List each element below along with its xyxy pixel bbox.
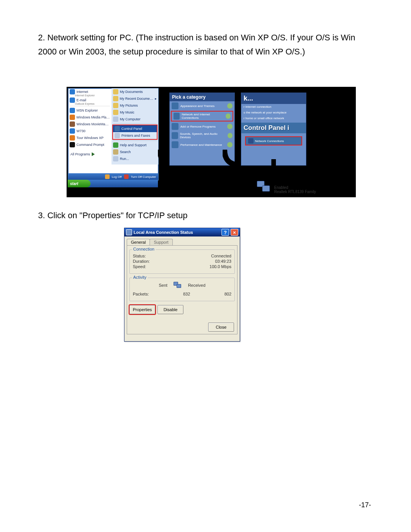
sm-item-search[interactable]: Search [112, 149, 158, 155]
sm-item-msn[interactable]: MSN Explorer [68, 107, 112, 114]
sm-sub-internet: Internet Explorer [75, 94, 112, 97]
sm-item-moviemaker[interactable]: Windows MovieMaker [68, 121, 112, 128]
status-key: Status: [133, 254, 146, 258]
sm-item-recent[interactable]: My Recent Documents▸ [112, 95, 158, 102]
taskbar: start [68, 180, 158, 187]
speed-value: 100.0 Mbps [210, 264, 231, 269]
network-tasks-panel: k... r Internet connection o the network… [241, 93, 306, 166]
packets-key: Packets: [133, 292, 149, 296]
step2-text: 2. Network setting for PC. (The instruct… [38, 30, 369, 59]
all-programs[interactable]: All Programs [70, 152, 95, 156]
packets-sent-value: 832 [183, 292, 190, 296]
dialog-title-text: Local Area Connection Status [134, 230, 193, 235]
connection-group-title: Connection [132, 247, 156, 251]
disable-button[interactable]: Disable [158, 305, 183, 314]
lan-connection-text: Local Area Connection Enabled Realtek RT… [274, 181, 317, 194]
dialog-titlebar[interactable]: Local Area Connection Status ? × [124, 228, 240, 236]
sm-item-control-panel[interactable]: Control Panel [113, 125, 157, 132]
network-icon [248, 138, 253, 144]
sm-sub-email: Outlook Express [75, 102, 112, 105]
shutdown-icon [124, 174, 129, 179]
startmenu-right-col: My Documents My Recent Documents▸ My Pic… [112, 88, 158, 165]
dialog-icon [126, 229, 132, 235]
sent-label: Sent [159, 283, 167, 288]
startmenu-screenshot: Internet Internet Explorer E-mail Outloo… [68, 88, 159, 181]
cat-sounds[interactable]: Sounds, Speech, and Audio Devices [170, 131, 234, 140]
click-label: Click [226, 183, 244, 192]
task-line-2[interactable]: o the network at your workplace [241, 110, 306, 115]
received-label: Received [188, 283, 206, 288]
properties-button[interactable]: Properties [129, 305, 155, 314]
status-value: Connected [211, 254, 231, 258]
sm-item-wmp[interactable]: Windows Media Player [68, 114, 112, 121]
cat-network[interactable]: Network and Internet Connections [172, 112, 233, 121]
turnoff-button[interactable]: Turn Off Computer [131, 175, 156, 179]
logoff-icon [105, 174, 110, 179]
connection-group: Connection Status:Connected Duration:03:… [129, 249, 235, 274]
duration-value: 03:49:23 [215, 259, 231, 264]
tab-support[interactable]: Support [150, 239, 173, 245]
twice-label: twice [325, 183, 344, 192]
sm-item-mycomp[interactable]: My Computer [112, 116, 158, 123]
sm-item-mypics[interactable]: My Pictures [112, 102, 158, 109]
dialog-tabs: General Support [127, 239, 240, 245]
page-number: -17- [359, 501, 371, 509]
cat-appearance[interactable]: Appearance and Themes [170, 101, 234, 110]
startmenu-left-col: Internet Internet Explorer E-mail Outloo… [68, 88, 112, 165]
task-line-3[interactable]: r home or small office network [241, 115, 306, 121]
control-panel-mid-label: Control Panel i [241, 123, 306, 133]
pick-category-title: Pick a category [170, 93, 234, 101]
sm-item-help[interactable]: Help and Support [112, 142, 158, 149]
packets-recv-value: 802 [225, 292, 231, 296]
sm-item-printers[interactable]: Printers and Faxes [113, 132, 157, 139]
close-icon[interactable]: × [231, 229, 238, 236]
sm-item-cmd[interactable]: Command Prompt [68, 141, 112, 148]
sm-item-run[interactable]: Run... [112, 155, 158, 162]
cat-addremove[interactable]: Add or Remove Programs [170, 122, 234, 131]
tab-general[interactable]: General [127, 239, 150, 245]
startmenu-bottom-bar: Log Off Turn Off Computer [68, 173, 158, 180]
activity-group: Activity Sent Received Packets: 832 802 [129, 278, 235, 301]
network-category-highlight: Network and Internet Connections [171, 111, 233, 121]
sm-item-mydocs[interactable]: My Documents [112, 88, 158, 95]
control-panel-highlight-box: Control Panel Printers and Faxes [112, 125, 158, 140]
step3-text: 3. Click on "Properties" for TCP/IP setu… [38, 211, 188, 220]
sm-item-w730[interactable]: W730 [68, 128, 112, 134]
activity-group-title: Activity [132, 275, 148, 280]
logoff-button[interactable]: Log Off [112, 175, 122, 179]
start-button[interactable]: start [68, 180, 91, 187]
task-line-1[interactable]: r Internet connection [241, 104, 306, 110]
network-connections-link[interactable]: Network Connections [245, 136, 302, 145]
dialog-body: Connection Status:Connected Duration:03:… [127, 245, 237, 334]
duration-key: Duration: [133, 259, 150, 264]
lan-connection-icon[interactable] [256, 180, 272, 195]
arrow-stem [271, 159, 276, 174]
sm-item-mymusic[interactable]: My Music [112, 109, 158, 116]
help-button[interactable]: ? [221, 229, 229, 236]
activity-monitors-icon [174, 282, 182, 289]
task-title-frag: k... [241, 93, 306, 104]
chevron-right-icon [92, 152, 95, 156]
lac-status-dialog: Local Area Connection Status ? × General… [124, 228, 240, 342]
speed-key: Speed: [133, 264, 146, 269]
close-button[interactable]: Close [208, 323, 234, 332]
sm-item-tour[interactable]: Tour Windows XP [68, 134, 112, 141]
click-lan-twice-row: Click Local Area Connection Enabled Real… [226, 180, 356, 195]
